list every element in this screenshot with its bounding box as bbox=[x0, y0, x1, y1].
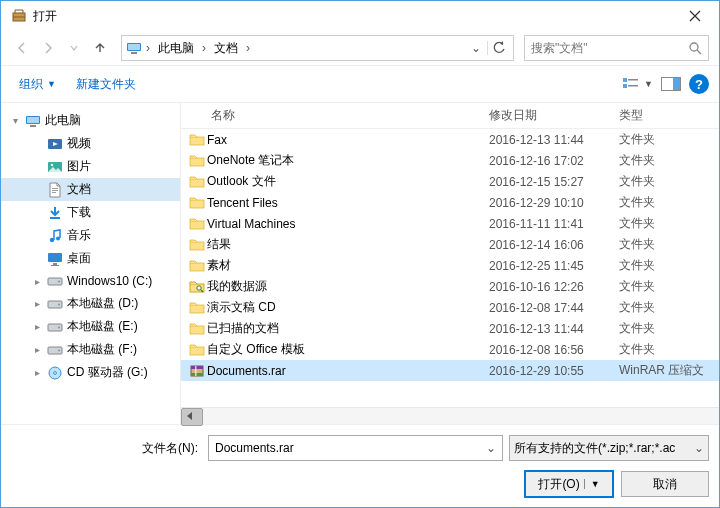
file-date: 2016-12-14 16:06 bbox=[489, 238, 619, 252]
file-name: 演示文稿 CD bbox=[207, 299, 489, 316]
file-type: WinRAR 压缩文 bbox=[619, 362, 719, 379]
file-row[interactable]: 我的数据源2016-10-16 12:26文件夹 bbox=[181, 276, 719, 297]
file-row[interactable]: Fax2016-12-13 11:44文件夹 bbox=[181, 129, 719, 150]
file-type: 文件夹 bbox=[619, 194, 719, 211]
nav-row: › 此电脑 › 文档 › ⌄ bbox=[1, 31, 719, 65]
breadcrumb-segment[interactable]: 文档 bbox=[210, 40, 242, 57]
svg-rect-18 bbox=[52, 190, 58, 191]
search-input[interactable] bbox=[524, 35, 709, 61]
svg-rect-8 bbox=[628, 85, 638, 87]
preview-pane-button[interactable] bbox=[661, 77, 681, 91]
datasrc-icon bbox=[189, 279, 207, 295]
close-button[interactable] bbox=[675, 2, 715, 30]
file-row[interactable]: 结果2016-12-14 16:06文件夹 bbox=[181, 234, 719, 255]
sidebar-item[interactable]: ▸Windows10 (C:) bbox=[1, 270, 180, 292]
svg-rect-7 bbox=[628, 79, 638, 81]
sidebar-item[interactable]: ▾此电脑 bbox=[1, 109, 180, 132]
file-row[interactable]: OneNote 笔记本2016-12-16 17:02文件夹 bbox=[181, 150, 719, 171]
svg-rect-40 bbox=[190, 221, 204, 229]
svg-point-29 bbox=[58, 303, 60, 305]
filename-field[interactable] bbox=[209, 441, 480, 455]
file-date: 2016-12-08 16:56 bbox=[489, 343, 619, 357]
svg-point-16 bbox=[51, 163, 53, 165]
svg-rect-46 bbox=[190, 326, 204, 334]
refresh-button[interactable] bbox=[487, 41, 509, 55]
downloads-icon bbox=[47, 205, 63, 221]
file-row[interactable]: 素材2016-12-25 11:45文件夹 bbox=[181, 255, 719, 276]
sidebar-item[interactable]: 图片 bbox=[1, 155, 180, 178]
drive-icon bbox=[47, 342, 63, 358]
sidebar-item[interactable]: ▸本地磁盘 (D:) bbox=[1, 292, 180, 315]
tree-twisty[interactable]: ▸ bbox=[31, 321, 43, 332]
path-dropdown-button[interactable]: ⌄ bbox=[467, 41, 485, 55]
filename-dropdown[interactable]: ⌄ bbox=[480, 441, 502, 455]
tree-twisty[interactable]: ▸ bbox=[31, 276, 43, 287]
help-button[interactable]: ? bbox=[689, 74, 709, 94]
sidebar-item[interactable]: ▸本地磁盘 (F:) bbox=[1, 338, 180, 361]
column-name[interactable]: 名称 bbox=[189, 107, 489, 124]
sidebar-item-label: 桌面 bbox=[67, 250, 91, 267]
tree-twisty[interactable]: ▸ bbox=[31, 367, 43, 378]
sidebar-item-label: 本地磁盘 (F:) bbox=[67, 341, 137, 358]
sidebar-item[interactable]: 文档 bbox=[1, 178, 180, 201]
svg-rect-45 bbox=[190, 305, 204, 313]
tree-twisty[interactable]: ▸ bbox=[31, 298, 43, 309]
file-date: 2016-12-29 10:55 bbox=[489, 364, 619, 378]
file-type: 文件夹 bbox=[619, 173, 719, 190]
filetype-select[interactable]: 所有支持的文件(*.zip;*.rar;*.ac⌄ bbox=[509, 435, 709, 461]
file-row[interactable]: Documents.rar2016-12-29 10:55WinRAR 压缩文 bbox=[181, 360, 719, 381]
pc-icon bbox=[25, 113, 41, 129]
breadcrumb-segment[interactable]: 此电脑 bbox=[154, 40, 198, 57]
breadcrumb[interactable]: › 此电脑 › 文档 › ⌄ bbox=[121, 35, 514, 61]
sidebar-item[interactable]: 视频 bbox=[1, 132, 180, 155]
svg-point-27 bbox=[58, 281, 60, 283]
view-button[interactable]: ▼ bbox=[622, 77, 653, 91]
horizontal-scrollbar[interactable] bbox=[181, 407, 719, 424]
back-button[interactable] bbox=[11, 37, 33, 59]
rar-icon bbox=[189, 363, 207, 379]
svg-rect-42 bbox=[190, 263, 204, 271]
svg-rect-6 bbox=[623, 84, 627, 88]
file-row[interactable]: Virtual Machines2016-11-11 11:41文件夹 bbox=[181, 213, 719, 234]
file-name: OneNote 笔记本 bbox=[207, 152, 489, 169]
pictures-icon bbox=[47, 159, 63, 175]
svg-rect-12 bbox=[27, 117, 39, 123]
tree-twisty[interactable]: ▸ bbox=[31, 344, 43, 355]
file-name: 结果 bbox=[207, 236, 489, 253]
file-row[interactable]: 自定义 Office 模板2016-12-08 16:56文件夹 bbox=[181, 339, 719, 360]
forward-button[interactable] bbox=[37, 37, 59, 59]
column-type[interactable]: 类型 bbox=[619, 107, 719, 124]
svg-rect-3 bbox=[131, 52, 137, 54]
folder-icon bbox=[189, 321, 207, 337]
cancel-button[interactable]: 取消 bbox=[621, 471, 709, 497]
file-row[interactable]: 演示文稿 CD2016-12-08 17:44文件夹 bbox=[181, 297, 719, 318]
column-modified[interactable]: 修改日期 bbox=[489, 107, 619, 124]
file-type: 文件夹 bbox=[619, 278, 719, 295]
file-row[interactable]: Tencent Files2016-12-29 10:10文件夹 bbox=[181, 192, 719, 213]
sidebar: ▾此电脑视频图片文档下载音乐桌面▸Windows10 (C:)▸本地磁盘 (D:… bbox=[1, 103, 181, 424]
svg-rect-38 bbox=[190, 179, 204, 187]
open-button[interactable]: 打开(O)▼ bbox=[525, 471, 613, 497]
file-row[interactable]: 已扫描的文档2016-12-13 11:44文件夹 bbox=[181, 318, 719, 339]
svg-rect-41 bbox=[190, 242, 204, 250]
sidebar-item[interactable]: 音乐 bbox=[1, 224, 180, 247]
sidebar-item[interactable]: 桌面 bbox=[1, 247, 180, 270]
sidebar-item-label: 视频 bbox=[67, 135, 91, 152]
video-icon bbox=[47, 136, 63, 152]
svg-rect-24 bbox=[53, 263, 57, 265]
file-type: 文件夹 bbox=[619, 236, 719, 253]
up-button[interactable] bbox=[89, 37, 111, 59]
recent-dropdown[interactable] bbox=[63, 37, 85, 59]
column-headers: 名称 修改日期 类型 bbox=[181, 103, 719, 129]
svg-rect-25 bbox=[51, 265, 59, 266]
file-type: 文件夹 bbox=[619, 152, 719, 169]
search-field[interactable] bbox=[531, 41, 688, 55]
file-row[interactable]: Outlook 文件2016-12-15 15:27文件夹 bbox=[181, 171, 719, 192]
organize-button[interactable]: 组织 ▼ bbox=[11, 72, 64, 97]
sidebar-item[interactable]: 下载 bbox=[1, 201, 180, 224]
filename-input[interactable]: ⌄ bbox=[208, 435, 503, 461]
new-folder-button[interactable]: 新建文件夹 bbox=[68, 72, 144, 97]
sidebar-item[interactable]: ▸CD 驱动器 (G:) bbox=[1, 361, 180, 384]
sidebar-item[interactable]: ▸本地磁盘 (E:) bbox=[1, 315, 180, 338]
tree-twisty[interactable]: ▾ bbox=[9, 115, 21, 126]
